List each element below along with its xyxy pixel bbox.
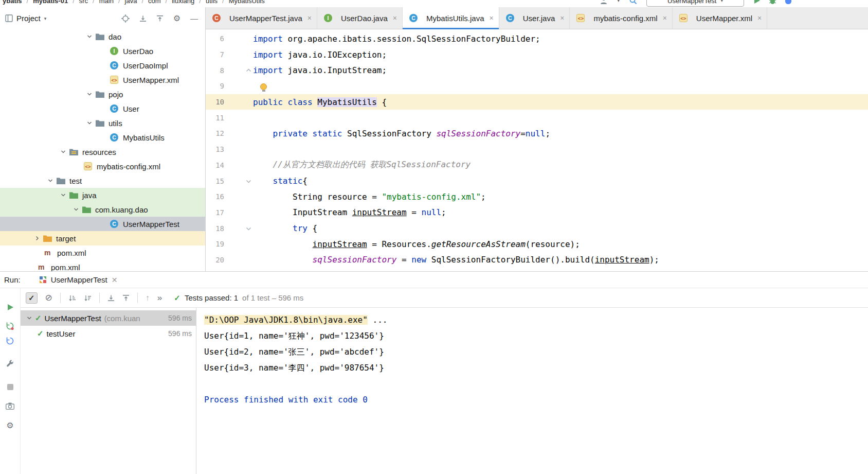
tree-item-test[interactable]: test <box>0 173 205 188</box>
excluded-folder-icon <box>43 234 52 242</box>
expand-all-icon[interactable] <box>107 294 115 302</box>
run-configuration-select[interactable]: UserMapperTest ▾ <box>646 0 744 7</box>
breadcrumb-item-liuxiang[interactable]: liuxiang <box>172 0 194 5</box>
user-icon[interactable] <box>600 0 608 4</box>
tree-item-userdao[interactable]: IUserDao <box>0 44 205 58</box>
tree-item-usermapper-xml[interactable]: <>UserMapper.xml <box>0 73 205 87</box>
fold-down-icon[interactable] <box>224 226 253 231</box>
close-icon[interactable]: × <box>490 14 494 22</box>
coverage-icon[interactable] <box>785 0 792 5</box>
close-icon[interactable]: × <box>663 14 667 22</box>
search-icon[interactable] <box>629 0 637 5</box>
collapse-all-icon[interactable] <box>156 15 164 22</box>
project-header-icons: ⚙— <box>121 14 198 23</box>
breadcrumb-item-utils[interactable]: utils <box>206 0 218 5</box>
chevron-down-icon[interactable] <box>83 33 96 40</box>
console-fold[interactable]: ... <box>368 315 388 325</box>
tree-item-resources[interactable]: resources <box>0 145 205 159</box>
tab-mybatis-config-xml[interactable]: <>mybatis-config.xml× <box>570 7 672 29</box>
tree-item-java[interactable]: java <box>0 188 205 202</box>
class-icon: C <box>110 220 119 228</box>
tree-item-user[interactable]: CUser <box>0 101 205 116</box>
breadcrumb-item-java[interactable]: java <box>125 0 137 5</box>
chevron-down-icon[interactable] <box>44 178 57 184</box>
chevron-right-icon[interactable] <box>31 235 43 241</box>
show-passed-icon[interactable]: ✓ <box>26 292 38 304</box>
tab-user-java[interactable]: CUser.java× <box>499 7 570 29</box>
snapshot-icon[interactable] <box>6 401 15 411</box>
test-item-testuser[interactable]: ✓testUser596 ms <box>21 326 196 341</box>
chevron-down-icon[interactable]: ▾ <box>44 16 47 21</box>
tree-item-label: utils <box>109 119 122 128</box>
chevron-down-icon[interactable] <box>57 149 69 155</box>
console-line: User{id=3, name='李四', pwd='987654'} <box>204 360 868 376</box>
gear-icon[interactable]: ⚙ <box>6 421 15 430</box>
breadcrumb-item-ybatis[interactable]: ybatis <box>3 0 22 5</box>
tree-item-pom-xml[interactable]: mpom.xml <box>0 245 205 260</box>
tree-item-target[interactable]: target <box>0 231 205 245</box>
collapse-all-icon[interactable] <box>122 294 130 302</box>
rerun-failed-icon[interactable] <box>6 321 15 330</box>
folder-icon <box>57 177 66 185</box>
tree-item-label: java <box>82 191 97 200</box>
folder-icon <box>96 32 105 41</box>
chevron-down-icon[interactable] <box>70 206 82 213</box>
tree-item-mybatisutils[interactable]: CMybatisUtils <box>0 130 205 145</box>
sort-duration-icon[interactable] <box>84 294 92 302</box>
tab-usermappertest-java[interactable]: CUserMapperTest.java× <box>206 7 317 29</box>
tree-item-pojo[interactable]: pojo <box>0 87 205 101</box>
tab-label: UserMapper.xml <box>696 14 752 23</box>
tree-item-usermappertest[interactable]: CUserMapperTest <box>0 217 205 231</box>
chevron-down-icon[interactable] <box>83 120 96 126</box>
run-icon[interactable] <box>753 0 761 4</box>
tree-item-com-kuang-dao[interactable]: com.kuang.dao <box>0 202 205 217</box>
close-icon[interactable]: × <box>757 14 762 22</box>
tree-item-utils[interactable]: utils <box>0 116 205 130</box>
run-panel-label: Run: <box>4 275 21 284</box>
close-icon[interactable]: × <box>393 14 397 22</box>
close-icon[interactable]: × <box>308 14 312 22</box>
tree-item-dao[interactable]: dao <box>0 29 205 44</box>
chevron-down-icon[interactable] <box>57 192 69 198</box>
fold-down-icon[interactable] <box>224 179 253 184</box>
console-output[interactable]: "D:\OOP Java\JDK1.8\bin\java.exe" ...Use… <box>196 308 868 474</box>
tree-item-mybatis-config-xml[interactable]: <>mybatis-config.xml <box>0 159 205 173</box>
close-icon[interactable]: ✕ <box>112 276 118 284</box>
breadcrumb-item-src[interactable]: src <box>79 0 88 5</box>
hide-icon[interactable]: — <box>190 14 198 22</box>
chevron-down-icon[interactable] <box>83 91 96 97</box>
breadcrumb-separator: / <box>166 0 168 5</box>
sort-alpha-icon[interactable] <box>68 294 76 302</box>
tree-item-label: dao <box>109 32 121 41</box>
chevron-down-icon[interactable] <box>25 315 34 321</box>
locate-icon[interactable] <box>121 14 130 23</box>
tree-item-pom-xml[interactable]: mpom.xml <box>0 260 205 271</box>
tree-item-userdaoimpl[interactable]: CUserDaoImpl <box>0 58 205 73</box>
breadcrumb-item-com[interactable]: com <box>148 0 161 5</box>
folder-icon <box>96 90 105 98</box>
fold-up-icon[interactable] <box>224 68 253 73</box>
navigate-up-icon[interactable]: ↑ <box>146 294 150 302</box>
close-icon[interactable]: × <box>560 14 564 22</box>
debug-icon[interactable] <box>769 0 776 5</box>
interface-icon: I <box>324 14 333 22</box>
code-line: 9 <box>206 78 868 94</box>
tab-mybatisutils-java[interactable]: CMybatisUtils.java× <box>403 7 499 29</box>
rerun-icon[interactable] <box>6 303 15 312</box>
intention-bulb-icon[interactable] <box>260 83 267 90</box>
breadcrumb-item-mybatisutils[interactable]: MybatisUtils <box>229 0 265 5</box>
ignore-icon[interactable]: ⊘ <box>45 293 52 302</box>
breadcrumb-item-main[interactable]: main <box>99 0 114 5</box>
run-tab[interactable]: UserMapperTest ✕ <box>36 272 121 288</box>
settings-wrench-icon[interactable] <box>6 359 15 368</box>
code-area[interactable]: 6import org.apache.ibatis.session.SqlSes… <box>206 29 868 271</box>
settings-icon[interactable]: ⚙ <box>173 14 180 23</box>
breadcrumb-item-mybatis-01[interactable]: mybatis-01 <box>33 0 68 5</box>
more-icon[interactable]: » <box>157 293 162 302</box>
tab-userdao-java[interactable]: IUserDao.java× <box>317 7 403 29</box>
auto-test-icon[interactable] <box>6 336 15 345</box>
test-item-usermappertest[interactable]: ✓UserMapperTest(com.kuan596 ms <box>21 310 196 326</box>
tab-usermapper-xml[interactable]: <>UserMapper.xml× <box>673 7 767 29</box>
expand-all-icon[interactable] <box>139 15 147 22</box>
stop-icon[interactable] <box>6 382 15 392</box>
